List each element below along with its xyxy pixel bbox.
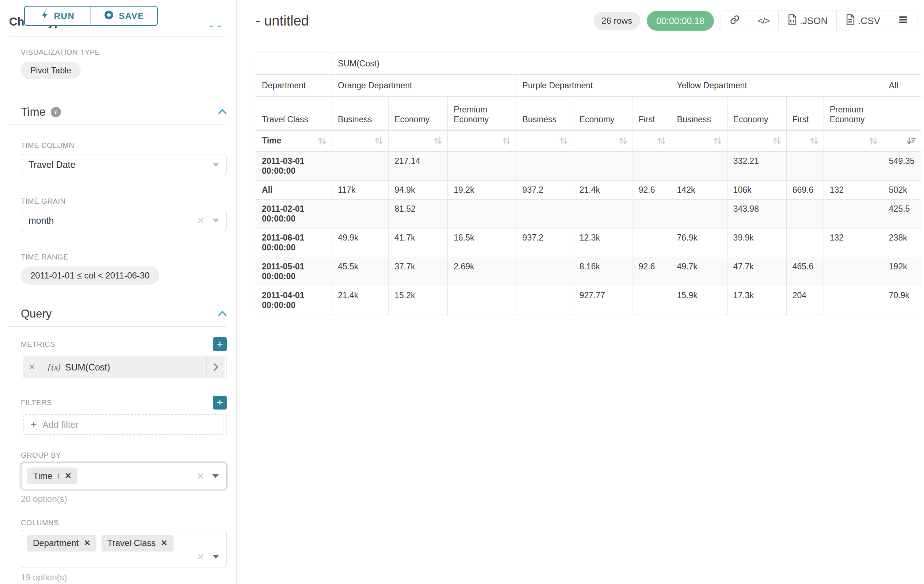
group-by-select[interactable]: Time i ✕ ✕	[21, 462, 227, 489]
export-json-button[interactable]: .JSON	[779, 11, 837, 31]
remove-chip-icon[interactable]: ✕	[65, 471, 72, 481]
time-header-cell: Time	[256, 131, 332, 152]
pivot-value-cell: 142k	[671, 181, 728, 200]
columns-label: COLUMNS	[21, 519, 227, 527]
group-header-cell: Purple Department	[516, 75, 671, 97]
travel-class-header-cell: Economy	[573, 97, 632, 131]
remove-chip-icon[interactable]: ✕	[84, 538, 90, 548]
sort-header-cell	[332, 131, 389, 152]
add-metric-button[interactable]: +	[213, 337, 227, 351]
save-button[interactable]: SAVE	[91, 6, 158, 26]
hamburger-icon	[898, 15, 908, 26]
pivot-value-cell: 669.6	[787, 181, 824, 200]
caret-down-icon	[213, 163, 219, 167]
info-icon: i	[57, 471, 59, 481]
sort-icon[interactable]	[733, 136, 782, 146]
columns-select[interactable]: Department ✕ Travel Class ✕ ✕	[21, 530, 227, 568]
sort-desc-icon[interactable]	[889, 136, 916, 146]
sort-icon[interactable]	[830, 136, 878, 146]
pivot-value-cell	[787, 152, 824, 181]
pivot-value-cell: 37.7k	[389, 257, 448, 286]
pivot-value-cell: 502k	[883, 181, 921, 200]
pivot-value-cell: 192k	[883, 257, 921, 286]
function-icon: ƒ(x)	[47, 362, 61, 372]
time-section-title: Time	[21, 105, 46, 118]
menu-button[interactable]	[889, 11, 917, 31]
travel-class-header-cell	[883, 97, 921, 131]
sort-icon[interactable]	[454, 136, 512, 146]
columns-chip[interactable]: Department ✕	[27, 535, 96, 551]
metric-pill[interactable]: ƒ(x) SUM(Cost)	[41, 356, 206, 378]
group-header-cell: Yellow Department	[671, 75, 883, 97]
row-count-badge: 26 rows	[594, 12, 640, 30]
filters-control: + Add filter	[21, 412, 227, 437]
sort-icon[interactable]	[639, 136, 667, 146]
collapse-chevron-icon[interactable]	[218, 310, 227, 318]
pivot-row: 2011-04-01 00:00:00 21.4k15.2k927.7715.9…	[256, 286, 921, 315]
pivot-value-cell: 76.9k	[671, 229, 728, 257]
travel-class-header-cell: Economy	[728, 97, 787, 131]
export-csv-button[interactable]: .CSV	[837, 11, 889, 31]
json-file-icon	[787, 14, 797, 28]
share-link-button[interactable]	[721, 11, 749, 31]
time-column-select[interactable]: Travel Date	[21, 154, 227, 175]
pivot-value-cell: 106k	[728, 181, 787, 200]
filters-label: FILTERS	[21, 398, 52, 407]
code-icon: </>	[758, 16, 769, 26]
chart-title[interactable]: - untitled	[256, 13, 309, 29]
collapse-chevron-icon[interactable]	[218, 108, 227, 116]
time-grain-select[interactable]: month ✕	[21, 210, 227, 231]
columns-chip[interactable]: Travel Class ✕	[102, 535, 173, 551]
pivot-value-cell: 117k	[332, 181, 389, 200]
sort-header-cell	[633, 131, 671, 152]
pivot-value-cell: 238k	[883, 229, 921, 257]
group-by-chip[interactable]: Time i ✕	[27, 467, 78, 484]
pivot-value-cell: 12.3k	[573, 229, 632, 257]
sort-icon[interactable]	[338, 136, 384, 146]
pivot-value-cell: 15.9k	[671, 286, 728, 315]
csv-file-icon	[845, 14, 855, 28]
clear-icon[interactable]: ✕	[197, 551, 205, 562]
divider	[9, 326, 226, 327]
add-filter-button[interactable]: + Add filter	[23, 414, 224, 435]
sort-icon[interactable]	[522, 136, 569, 146]
sort-icon[interactable]	[792, 136, 819, 146]
department-label-cell: Department	[256, 75, 332, 97]
sort-icon[interactable]	[579, 136, 628, 146]
add-filter-plus-button[interactable]: +	[213, 396, 227, 410]
control-panel: Chart Type RUN SAVE VISUALIZATION TYPE P…	[0, 0, 237, 584]
remove-metric-icon[interactable]: ✕	[23, 356, 41, 378]
remove-chip-icon[interactable]: ✕	[161, 538, 167, 548]
pivot-value-cell: 927.77	[573, 286, 632, 315]
sort-icon[interactable]	[317, 136, 327, 146]
visualization-type-label: VISUALIZATION TYPE	[21, 48, 227, 57]
sort-header-cell	[883, 131, 921, 152]
group-by-label: GROUP BY	[21, 451, 227, 459]
run-button[interactable]: RUN	[24, 6, 91, 26]
travel-class-header-cell: Business	[516, 97, 573, 131]
sort-icon[interactable]	[677, 136, 723, 146]
view-query-button[interactable]: </>	[749, 11, 779, 31]
travel-class-header-cell: First	[787, 97, 824, 131]
expand-metric-icon[interactable]	[206, 356, 224, 378]
pivot-value-cell	[516, 257, 573, 286]
travel-class-label-cell: Travel Class	[256, 97, 332, 131]
pivot-value-cell: 2.69k	[448, 257, 516, 286]
clear-icon[interactable]: ✕	[196, 471, 204, 482]
sort-icon[interactable]	[394, 136, 443, 146]
pivot-value-cell: 41.7k	[389, 229, 448, 257]
sort-header-cell	[573, 131, 632, 152]
caret-down-icon	[213, 555, 219, 559]
plus-circle-icon	[104, 10, 114, 22]
travel-class-header-cell: Business	[332, 97, 389, 131]
row-header-cell: 2011-05-01 00:00:00	[256, 257, 332, 286]
row-header-cell: All	[256, 181, 332, 200]
pivot-value-cell	[824, 200, 883, 229]
pivot-value-cell	[671, 152, 728, 181]
time-range-pill[interactable]: 2011-01-01 ≤ col < 2011-06-30	[21, 267, 159, 285]
clear-icon[interactable]: ✕	[197, 216, 205, 226]
pivot-row: 2011-05-01 00:00:00 45.5k37.7k2.69k8.16k…	[256, 257, 921, 286]
travel-class-header-cell: First	[633, 97, 671, 131]
columns-options-hint: 19 option(s)	[21, 572, 227, 582]
visualization-type-pill[interactable]: Pivot Table	[21, 62, 81, 79]
